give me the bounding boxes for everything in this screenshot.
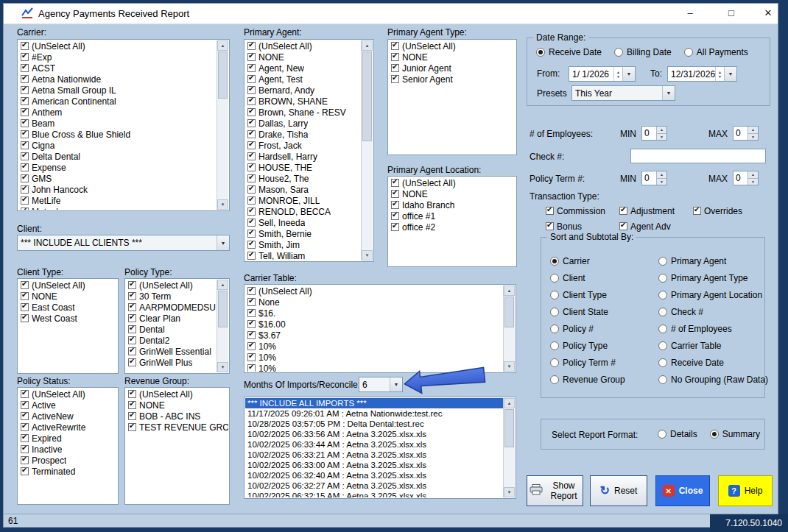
carrier-table-listbox[interactable]: (UnSelect All)None$16.$16.00$3.6710%10%1… bbox=[244, 284, 516, 373]
checkbox-item[interactable]: Delta Dental bbox=[18, 151, 217, 162]
spinner-down-icon[interactable] bbox=[748, 179, 758, 185]
checkbox-item[interactable]: Smith, Bernie bbox=[245, 228, 361, 239]
checkbox-item[interactable]: (UnSelect All) bbox=[126, 389, 228, 400]
radio-option[interactable]: Summary bbox=[710, 429, 760, 439]
policy-term-max-spinner[interactable]: 0 bbox=[733, 171, 759, 185]
radio-option[interactable]: Policy # bbox=[550, 320, 655, 337]
checkbox-item[interactable]: ActiveNew bbox=[18, 411, 117, 422]
close-button[interactable]: ✕ Close bbox=[655, 475, 710, 506]
help-button[interactable]: ? Help bbox=[718, 475, 773, 506]
maximize-button[interactable]: □ bbox=[720, 6, 743, 21]
radio-option[interactable]: Policy Type bbox=[550, 337, 655, 354]
checkbox-item[interactable]: Terminated bbox=[18, 466, 117, 477]
checkbox-item[interactable]: (UnSelect All) bbox=[18, 389, 117, 400]
checkbox-item[interactable]: MONROE, JILL bbox=[245, 195, 361, 206]
policy-term-min-spinner[interactable]: 0 bbox=[641, 171, 667, 185]
radio-option[interactable]: Check # bbox=[658, 303, 764, 320]
radio-option[interactable]: Client Type bbox=[550, 286, 655, 303]
checkbox-item[interactable]: Beam bbox=[18, 118, 217, 129]
checkbox-item[interactable]: Expired bbox=[18, 433, 117, 444]
import-item[interactable]: 10/02/2025 06:32:40 AM : Aetna 3.2025.xl… bbox=[245, 470, 503, 480]
scroll-down-icon[interactable] bbox=[504, 361, 515, 372]
checkbox-item[interactable]: None bbox=[245, 297, 503, 308]
close-window-button[interactable]: ✕ bbox=[756, 6, 780, 21]
radio-option[interactable]: Carrier bbox=[550, 252, 655, 269]
checkbox-item[interactable]: House2, The bbox=[245, 173, 361, 184]
scroll-up-icon[interactable] bbox=[504, 398, 515, 408]
checkbox-item[interactable]: Expense bbox=[18, 162, 217, 173]
from-date-picker[interactable]: 1/ 1/2026 bbox=[569, 66, 636, 82]
checkbox-item[interactable]: TEST REVENUE GRO bbox=[126, 422, 228, 433]
to-date-picker[interactable]: 12/31/2026 bbox=[667, 66, 737, 82]
checkbox-item[interactable]: GrinWell Plus bbox=[126, 357, 217, 368]
checkbox-item[interactable]: Dental2 bbox=[126, 335, 217, 346]
import-item[interactable]: 10/02/2025 06:33:56 AM : Aetna 3.2025.xl… bbox=[245, 429, 503, 439]
checkbox-item[interactable]: GrinWell Essential bbox=[126, 346, 217, 357]
checkbox-item[interactable]: Anthem bbox=[18, 107, 217, 118]
primary-agent-location-listbox[interactable]: (UnSelect All)NONEIdaho Branchoffice #1o… bbox=[387, 176, 517, 267]
policy-status-listbox[interactable]: (UnSelect All)ActiveActiveNewActiveRewri… bbox=[17, 387, 119, 505]
presets-combobox[interactable]: This Year bbox=[571, 85, 675, 101]
checkbox-item[interactable]: 30 Term bbox=[126, 291, 217, 302]
checkbox-item[interactable]: Mutual bbox=[18, 206, 217, 210]
checkbox-item[interactable]: Overrides bbox=[693, 203, 767, 219]
scroll-down-icon[interactable] bbox=[217, 362, 228, 372]
radio-option[interactable]: Billing Date bbox=[614, 47, 672, 57]
radio-option[interactable]: Receive Date bbox=[536, 47, 602, 57]
revenue-group-listbox[interactable]: (UnSelect All)NONEBOB - ABC INSTEST REVE… bbox=[124, 387, 230, 505]
check-number-input[interactable] bbox=[630, 149, 766, 163]
client-combobox[interactable]: *** INCLUDE ALL CLIENTS *** bbox=[17, 235, 230, 251]
scroll-thumb[interactable] bbox=[504, 409, 514, 447]
radio-option[interactable]: Primary Agent Type bbox=[658, 269, 764, 286]
spinner-down-icon[interactable] bbox=[748, 134, 758, 141]
radio-option[interactable]: Revenue Group bbox=[550, 371, 655, 388]
checkbox-item[interactable]: Aetna Small Group IL bbox=[18, 85, 217, 96]
checkbox-item[interactable]: 10% bbox=[245, 352, 503, 363]
checkbox-item[interactable]: Idaho Branch bbox=[389, 199, 516, 210]
checkbox-item[interactable]: Agent, Test bbox=[245, 74, 361, 85]
checkbox-item[interactable]: Bernard, Andy bbox=[245, 85, 361, 96]
checkbox-item[interactable]: GMS bbox=[18, 173, 217, 184]
checkbox-item[interactable]: NONE bbox=[389, 188, 516, 199]
spinner-up-icon[interactable] bbox=[657, 171, 666, 179]
checkbox-item[interactable]: (UnSelect All) bbox=[126, 280, 217, 291]
checkbox-item[interactable]: Cigna bbox=[18, 140, 217, 151]
checkbox-item[interactable]: Agent, New bbox=[245, 63, 361, 74]
radio-option[interactable]: No Grouping (Raw Data) bbox=[658, 371, 764, 388]
import-item[interactable]: 10/02/2025 06:32:15 AM : Aetna 3.2025.xl… bbox=[245, 491, 503, 497]
radio-option[interactable]: Primary Agent bbox=[658, 252, 764, 269]
primary-agent-listbox[interactable]: (UnSelect All)NONEAgent, NewAgent, TestB… bbox=[244, 39, 374, 262]
checkbox-item[interactable]: office #2 bbox=[389, 221, 516, 233]
checkbox-item[interactable]: Adjustment bbox=[619, 203, 693, 219]
radio-option[interactable]: Policy Term # bbox=[550, 354, 655, 371]
radio-option[interactable]: Client bbox=[550, 269, 655, 286]
checkbox-item[interactable]: John Hancock bbox=[18, 184, 217, 195]
checkbox-item[interactable]: 10% bbox=[245, 341, 503, 352]
checkbox-item[interactable]: AARPMODMEDSU bbox=[126, 302, 217, 313]
checkbox-item[interactable]: Junior Agent bbox=[389, 63, 516, 74]
scroll-down-icon[interactable] bbox=[504, 487, 515, 497]
minimize-button[interactable]: – bbox=[678, 6, 702, 21]
months-of-imports-combobox[interactable]: 6 bbox=[359, 377, 403, 392]
spinner-up-icon[interactable] bbox=[748, 171, 758, 179]
scroll-down-icon[interactable] bbox=[217, 199, 228, 210]
checkbox-item[interactable]: MetLife bbox=[18, 195, 217, 206]
import-item[interactable]: *** INCLUDE ALL IMPORTS *** bbox=[245, 398, 503, 408]
checkbox-item[interactable]: Inactive bbox=[18, 444, 117, 455]
carrier-listbox[interactable]: (UnSelect All)#ExpACSTAetna NationwideAe… bbox=[17, 39, 230, 211]
radio-option[interactable]: All Payments bbox=[684, 47, 748, 57]
checkbox-item[interactable]: Dental bbox=[126, 324, 217, 335]
checkbox-item[interactable]: ActiveRewrite bbox=[18, 422, 117, 433]
checkbox-item[interactable]: Senior Agent bbox=[389, 74, 516, 85]
checkbox-item[interactable]: NONE bbox=[126, 400, 228, 411]
import-item[interactable]: 10/28/2025 03:57:05 PM : Delta Dental:te… bbox=[245, 419, 503, 429]
checkbox-item[interactable]: Clear Plan bbox=[126, 313, 217, 324]
primary-agent-type-listbox[interactable]: (UnSelect All)NONEJunior AgentSenior Age… bbox=[387, 39, 517, 155]
import-item[interactable]: 10/02/2025 06:33:21 AM : Aetna 3.2025.xl… bbox=[245, 450, 503, 460]
spinner-up-icon[interactable] bbox=[657, 127, 666, 134]
checkbox-item[interactable]: Smith, Jim bbox=[245, 239, 361, 250]
calendar-dropdown-icon[interactable] bbox=[622, 67, 635, 81]
scroll-up-icon[interactable] bbox=[217, 280, 228, 290]
date-spinner-icon[interactable] bbox=[613, 67, 622, 81]
checkbox-item[interactable]: $16.00 bbox=[245, 319, 503, 330]
